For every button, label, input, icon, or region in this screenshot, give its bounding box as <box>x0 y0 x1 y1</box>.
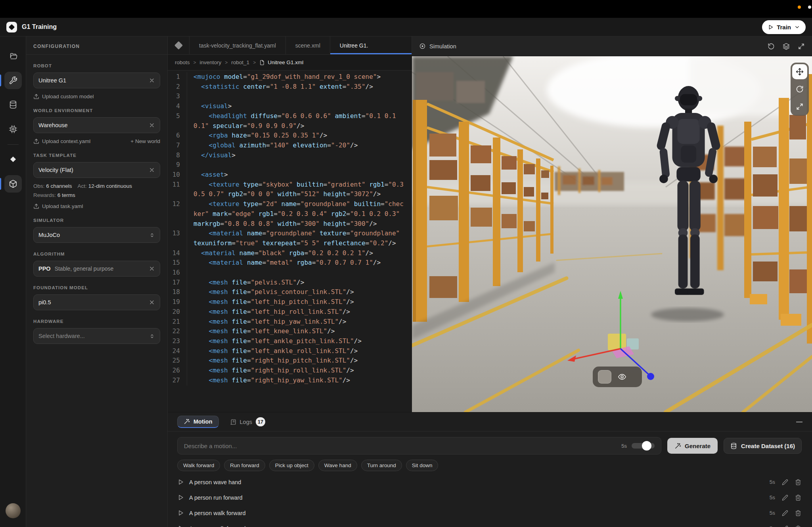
train-button[interactable]: Train <box>762 20 806 34</box>
code-line: 7 <global azimuth="140" elevation="-20"/… <box>168 141 412 151</box>
editor-tab[interactable]: task-velocity_tracking_flat.yaml <box>190 36 286 54</box>
motion-item-label: A person walk forward <box>189 525 764 527</box>
breadcrumb-item[interactable]: robots <box>175 59 190 65</box>
upload-icon <box>33 203 39 209</box>
delete-trash-icon[interactable] <box>795 495 801 501</box>
code-line: 23 <mesh file="left_ankle_pitch_link.STL… <box>168 336 412 346</box>
clear-world-button[interactable] <box>149 122 155 128</box>
clear-foundation-button[interactable] <box>149 299 155 306</box>
wand-icon <box>184 418 190 425</box>
motion-item-duration: 5s <box>770 495 775 500</box>
code-line: 25 <mesh file="right_hip_pitch_link.STL"… <box>168 356 412 366</box>
rail-active-indicator <box>0 74 1 86</box>
play-icon[interactable] <box>177 510 184 516</box>
foundation-field[interactable]: pi0.5 <box>33 294 160 310</box>
delete-trash-icon[interactable] <box>795 510 801 516</box>
play-icon[interactable] <box>177 525 184 527</box>
breadcrumb-item[interactable]: robot_1 <box>231 59 249 65</box>
code-line: 15 <material name="metal" rgba="0.7 0.7 … <box>168 258 412 268</box>
edit-pencil-icon[interactable] <box>782 510 788 516</box>
play-icon[interactable] <box>177 479 184 485</box>
motion-input[interactable] <box>184 443 617 449</box>
move-tool-button[interactable] <box>792 64 807 79</box>
motion-chip[interactable]: Wave hand <box>318 460 357 471</box>
clear-robot-button[interactable] <box>149 77 155 84</box>
reset-icon[interactable] <box>768 43 775 50</box>
motion-list-item[interactable]: A person wave hand5s <box>168 474 812 490</box>
code-text: <mesh file="left_hip_roll_link.STL"/> <box>187 307 412 317</box>
scale-tool-button[interactable] <box>792 99 807 114</box>
minimize-panel-button[interactable] <box>796 422 802 422</box>
play-icon <box>768 24 774 30</box>
motion-chip[interactable]: Pick up object <box>269 460 314 471</box>
rail-hardware-button[interactable] <box>4 120 22 138</box>
motion-chip[interactable]: Run forward <box>224 460 265 471</box>
code-text: <mesh file="right_hip_roll_link.STL"/> <box>187 366 412 376</box>
rail-config-button[interactable] <box>4 72 22 89</box>
create-dataset-button[interactable]: Create Dataset (16) <box>724 438 802 454</box>
tab-motion[interactable]: Motion <box>177 416 219 428</box>
editor-diamond-icon[interactable] <box>168 36 190 54</box>
clear-algorithm-button[interactable] <box>149 265 155 272</box>
user-avatar[interactable] <box>6 503 21 518</box>
eye-icon[interactable] <box>618 372 626 381</box>
hardware-select[interactable]: Select hardware... <box>33 328 160 344</box>
motion-input-row: 5s Generate Create Dataset (16) <box>177 437 802 454</box>
simulator-select[interactable]: MuJoCo <box>33 227 160 243</box>
upload-custom-model-link[interactable]: Upload custom model <box>33 94 94 99</box>
layers-icon[interactable] <box>783 43 790 50</box>
target-icon <box>419 43 426 50</box>
generate-button-label: Generate <box>685 443 710 449</box>
code-text: <texture type="skybox" builtin="gradient… <box>187 180 412 199</box>
folder-icon <box>9 52 17 61</box>
clear-task-button[interactable] <box>149 167 155 173</box>
rail-assets-button[interactable] <box>4 151 22 168</box>
slider-knob[interactable] <box>642 441 651 451</box>
upload-context-link[interactable]: Upload context.yaml <box>33 138 90 144</box>
fullscreen-icon[interactable] <box>798 43 805 50</box>
upload-icon <box>33 94 39 99</box>
foundation-value: pi0.5 <box>38 299 149 306</box>
edit-pencil-icon[interactable] <box>782 495 788 501</box>
duration-slider[interactable] <box>632 443 655 449</box>
logs-icon <box>230 419 236 425</box>
breadcrumb-item[interactable]: Unitree G1.xml <box>259 59 303 65</box>
breadcrumb-item[interactable]: inventory <box>200 59 222 65</box>
motion-list-item[interactable]: A person walk forward5s <box>168 521 812 527</box>
motion-chip[interactable]: Walk forward <box>177 460 220 471</box>
rotate-tool-button[interactable] <box>792 82 807 97</box>
code-text: <mesh file="right_hip_pitch_link.STL"/> <box>187 356 412 366</box>
motion-list-item[interactable]: A person walk forward5s <box>168 505 812 521</box>
breadcrumb: robots>inventory>robot_1>Unitree G1.xml <box>168 55 412 71</box>
motion-chip[interactable]: Sit down <box>406 460 439 471</box>
world-field[interactable]: Warehouse <box>33 117 160 133</box>
generate-button[interactable]: Generate <box>667 438 718 454</box>
upload-task-link[interactable]: Upload task.yaml <box>33 203 83 209</box>
rail-datasets-button[interactable] <box>4 96 22 113</box>
simulation-viewport[interactable] <box>412 56 812 412</box>
editor-tab[interactable]: Unitree G1. <box>330 36 412 54</box>
line-number: 22 <box>168 327 187 336</box>
code-area[interactable]: 1<mujoco model="g1_29dof_with_hand_rev_1… <box>168 71 412 412</box>
editor-tab-bar: task-velocity_tracking_flat.yamlscene.xm… <box>168 36 412 55</box>
rail-files-button[interactable] <box>4 48 22 65</box>
editor-tab-label: scene.xml <box>295 42 320 49</box>
new-world-link[interactable]: + New world <box>130 138 160 144</box>
simulation-title: Simulation <box>429 43 456 50</box>
play-icon[interactable] <box>177 494 184 501</box>
material-swatch[interactable] <box>598 370 611 384</box>
algorithm-field[interactable]: PPO Stable, general purpose <box>33 261 160 277</box>
edit-pencil-icon[interactable] <box>782 525 788 527</box>
code-text: <headlight diffuse="0.6 0.6 0.6" ambient… <box>187 111 412 131</box>
delete-trash-icon[interactable] <box>795 479 801 485</box>
motion-list-item[interactable]: A person run forward5s <box>168 490 812 505</box>
task-field[interactable]: Velocity (Flat) <box>33 162 160 178</box>
tab-logs[interactable]: Logs 17 <box>230 417 265 426</box>
editor-tab[interactable]: scene.xml <box>286 36 330 54</box>
rail-scene-button[interactable] <box>4 175 22 193</box>
delete-trash-icon[interactable] <box>795 525 801 527</box>
robot-field[interactable]: Unitree G1 <box>33 73 160 88</box>
motion-chip[interactable]: Turn around <box>361 460 402 471</box>
line-number: 21 <box>168 317 187 327</box>
edit-pencil-icon[interactable] <box>782 479 788 485</box>
